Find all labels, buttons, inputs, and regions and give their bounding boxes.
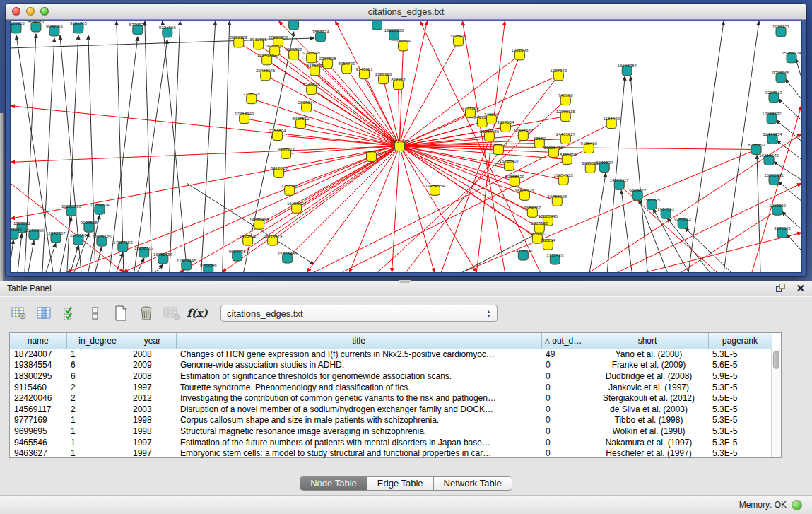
network-node[interactable]: 9146821: [356, 66, 374, 78]
network-node[interactable]: 8730930: [129, 22, 147, 34]
network-node[interactable]: 7386322: [490, 142, 507, 154]
table-cell[interactable]: 14569117: [10, 404, 66, 415]
collapsed-side-panel[interactable]: [0, 113, 4, 281]
network-node[interactable]: 16914479: [263, 233, 283, 245]
black-edge[interactable]: [621, 190, 632, 272]
close-window-button[interactable]: [12, 7, 20, 16]
network-node[interactable]: 9046705: [46, 23, 64, 35]
network-node[interactable]: 183254: [396, 38, 411, 50]
table-cell[interactable]: 9777169: [10, 415, 66, 426]
table-mode-icon[interactable]: [10, 304, 28, 322]
table-cell[interactable]: 5.3E-5: [708, 382, 772, 393]
network-node[interactable]: 7857224: [312, 29, 330, 41]
table-row[interactable]: 946362711997Embryonic stem cells: a mode…: [10, 448, 772, 459]
table-cell[interactable]: 6: [66, 360, 129, 371]
network-node[interactable]: 15692931: [764, 173, 784, 185]
network-node[interactable]: 12923445: [177, 258, 196, 270]
black-edge[interactable]: [201, 21, 216, 272]
table-vertical-scrollbar[interactable]: [771, 349, 781, 457]
delete-table-icon[interactable]: [163, 304, 181, 322]
black-edge[interactable]: [110, 37, 138, 272]
table-cell[interactable]: 6: [66, 370, 129, 382]
table-cell[interactable]: 5.3E-5: [708, 349, 772, 360]
black-edge[interactable]: [11, 240, 13, 261]
network-node[interactable]: 12973115: [556, 109, 576, 121]
network-node[interactable]: 14569117: [610, 177, 630, 189]
table-cell[interactable]: 18300295: [10, 370, 66, 382]
black-edge[interactable]: [18, 233, 22, 272]
float-panel-icon[interactable]: [776, 284, 787, 293]
network-node[interactable]: 10756928: [548, 194, 567, 206]
red-edge[interactable]: [400, 146, 435, 272]
table-cell[interactable]: Jankovic et al. (1997): [587, 382, 708, 393]
red-edge[interactable]: [307, 107, 400, 146]
table-cell[interactable]: 2: [66, 392, 129, 404]
show-columns-icon[interactable]: [35, 304, 54, 322]
table-cell[interactable]: 5.3E-5: [708, 426, 772, 437]
table-cell[interactable]: 1998: [129, 426, 176, 437]
network-node[interactable]: 8186328: [286, 47, 303, 59]
network-node[interactable]: 12156868: [24, 228, 44, 240]
network-node[interactable]: 9105110: [11, 21, 25, 33]
table-cell[interactable]: 0: [541, 392, 587, 404]
black-edge[interactable]: [776, 120, 801, 141]
table-row[interactable]: 977716911998Corpus callosum shape and si…: [10, 415, 772, 426]
network-node[interactable]: 16648784: [617, 63, 637, 75]
network-node[interactable]: 20206536: [61, 204, 81, 216]
network-node[interactable]: 9465546: [200, 262, 218, 272]
red-edge[interactable]: [237, 146, 400, 257]
table-cell[interactable]: Estimation of significance thresholds fo…: [176, 370, 541, 382]
table-cell[interactable]: 5.3E-5: [708, 437, 772, 448]
network-node[interactable]: 1694561: [657, 206, 675, 218]
select-rows-icon[interactable]: [61, 304, 79, 322]
table-cell[interactable]: 2003: [129, 404, 176, 415]
red-edge[interactable]: [378, 100, 566, 272]
table-cell[interactable]: Structural magnetic resonance image aver…: [176, 426, 541, 437]
black-edge[interactable]: [785, 79, 801, 99]
new-column-icon[interactable]: [112, 304, 130, 322]
table-cell[interactable]: Wolkin et al. (1998): [587, 426, 708, 437]
network-node[interactable]: 10807487: [514, 128, 534, 140]
table-cell[interactable]: 2: [66, 382, 129, 393]
table-cell[interactable]: Dudbridge et al. (2008): [587, 370, 708, 382]
table-cell[interactable]: 5.9E-5: [708, 370, 772, 382]
column-header-pagerank[interactable]: pagerank: [708, 333, 772, 349]
table-cell[interactable]: 2008: [129, 349, 176, 360]
column-header-year[interactable]: year: [129, 333, 176, 349]
network-node[interactable]: 9699695: [582, 160, 599, 173]
network-node[interactable]: 9245012: [674, 216, 692, 228]
network-graph[interactable]: 9105110866425190467059151765873093092219…: [11, 21, 801, 272]
network-node[interactable]: 1915107: [772, 24, 790, 36]
table-cell[interactable]: Nakamura et al. (1997): [587, 437, 708, 448]
network-node[interactable]: 1145190: [70, 233, 87, 245]
minimize-window-button[interactable]: [26, 7, 35, 16]
table-cell[interactable]: 0: [541, 382, 587, 393]
network-node[interactable]: 822203: [391, 77, 406, 89]
table-cell[interactable]: 2012: [129, 392, 176, 404]
table-cell[interactable]: Corpus callosum shape and size in male p…: [176, 415, 541, 426]
black-edge[interactable]: [145, 21, 152, 272]
table-cell[interactable]: 5.3E-5: [708, 404, 772, 415]
network-node[interactable]: 15751074: [782, 50, 801, 62]
network-node[interactable]: 1588520: [375, 71, 393, 83]
column-header-short[interactable]: short: [587, 333, 708, 349]
table-cell[interactable]: 5.5E-5: [708, 392, 772, 404]
network-node[interactable]: 12342757: [46, 230, 66, 243]
table-cell[interactable]: 1: [66, 426, 129, 437]
table-cell[interactable]: 0: [541, 426, 587, 437]
network-node[interactable]: 8475685: [307, 63, 324, 75]
table-cell[interactable]: 0: [541, 437, 587, 448]
table-row[interactable]: 1830029562008Estimation of significance …: [10, 370, 772, 382]
network-node[interactable]: 12093832: [762, 111, 782, 123]
table-row[interactable]: 1456911722003Disruption of a novel membe…: [10, 404, 772, 415]
tab-node-table[interactable]: Node Table: [300, 476, 367, 491]
table-cell[interactable]: de Silva et al. (2003): [587, 404, 708, 415]
network-node[interactable]: 16543382: [257, 52, 277, 64]
network-node[interactable]: 8454749: [339, 61, 356, 73]
black-edge[interactable]: [117, 21, 124, 272]
table-cell[interactable]: Yano et al. (2008): [587, 349, 708, 360]
zoom-window-button[interactable]: [40, 7, 49, 16]
table-row[interactable]: 1938455462009Genome-wide association stu…: [10, 360, 772, 371]
table-cell[interactable]: 0: [541, 360, 587, 371]
table-cell[interactable]: 0: [541, 370, 587, 382]
